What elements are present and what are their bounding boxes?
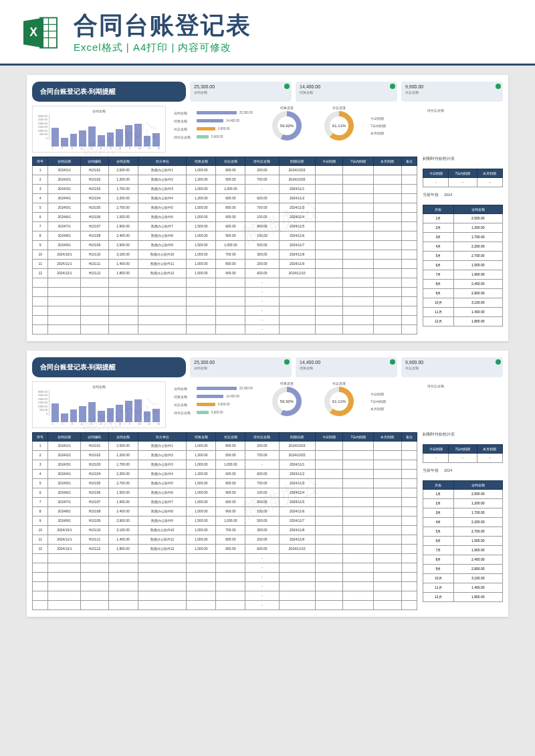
table-row: 42024/4/1H101042,200.00熊猫办公软件41,200.0060… [33,193,417,203]
bar [98,411,105,421]
bar [70,134,78,146]
table-row: 32024/3/1H101031,700.00熊猫办公软件31,000.001,… [33,460,417,469]
col-header: 到期日期 [279,432,315,441]
monthly-row: 12月1,800.00 [423,592,503,601]
table-row: 102024/10/1H101103,100.00熊猫办公软件101,000.0… [33,525,417,535]
table-row: 32024/3/1H101031,700.00熊猫办公软件31,000.001,… [33,184,417,193]
bar [61,413,68,422]
bar [51,128,59,146]
bar-chart: 合同金额3000.002500.002000.001500.001000.005… [32,106,166,153]
due-stats-table: 今日到期7日内到期本月到期--- [423,169,503,187]
col-header: 结算金额 [187,157,216,165]
monthly-row: 1月2,500.00 [423,213,503,223]
table-row: - [33,296,417,306]
sheet-title: 合同台账登记表-到期提醒 [32,357,186,377]
monthly-row: 7月1,900.00 [423,545,503,555]
due-list: 待付款金额今日到期7日内到期本月到期 [368,106,503,153]
bar [144,136,151,146]
table-row: - [33,600,417,609]
monthly-row: 5月2,700.00 [423,251,503,260]
side1-title: 到期时付款统计表 [423,157,503,161]
monthly-row: 8月2,400.00 [423,555,503,564]
stat-card-1: 14,400.00结算金额 [296,82,397,102]
monthly-row: 8月2,400.00 [423,279,503,288]
col-header: 合同编码 [81,157,108,165]
bar [125,401,132,421]
bar [116,129,123,147]
bar [61,138,68,147]
donut-settlement: 结算进度56.92% [263,106,310,153]
table-row: 122024/12/1H101121,800.00熊猫办公软件121,500.0… [33,544,417,553]
monthly-row: 6月1,500.00 [423,260,503,270]
table-row: 82024/8/1H101082,400.00熊猫办公软件81,000.0090… [33,231,417,240]
table-row: 62024/6/1H101061,500.00熊猫办公软件61,000.0090… [33,212,417,221]
col-header: 今日到期 [315,157,342,165]
table-row: 92024/9/1H101092,900.00熊猫办公软件91,500.001,… [33,240,417,250]
monthly-row: 2月1,200.00 [423,223,503,232]
col-header: 到期日期 [279,157,315,165]
monthly-row: 2月1,200.00 [423,498,503,508]
monthly-row: 7月1,900.00 [423,270,503,279]
table-row: 122024/12/1H101121,800.00熊猫办公软件121,500.0… [33,268,417,278]
table-row: 112024/11/1H101111,400.00熊猫办公软件111,000.0… [33,535,417,544]
table-row: - [33,563,417,572]
col-header: 付款金额 [216,157,245,165]
bar [79,406,86,422]
table-row: 12024/1/1H101012,500.00熊猫办公软件11,000.0080… [33,165,417,175]
bar [144,411,151,421]
table-row: - [33,324,417,334]
stat-card-0: 25,300.00合同金额 [190,357,292,377]
table-row: 22024/2/1H101021,200.00熊猫办公软件21,200.0050… [33,175,417,184]
monthly-table: 月份合同金额1月2,500.002月1,200.003月1,700.004月2,… [423,205,503,326]
page-subtitle: Excel格式 | A4打印 | 内容可修改 [74,41,515,54]
monthly-row: 9月2,900.00 [423,564,503,573]
monthly-row: 4月2,200.00 [423,242,503,251]
sheet-preview-2: 合同台账登记表-到期提醒25,300.00合同金额14,400.00结算金额9,… [27,351,508,617]
table-row: 92024/9/1H101092,900.00熊猫办公软件91,500.001,… [33,516,417,525]
monthly-row: 4月2,200.00 [423,517,503,527]
col-header: 本月到期 [374,157,401,165]
bar [98,135,105,146]
bar [70,409,78,421]
bar [152,133,160,147]
due-list: 待付款金额今日到期7日内到期本月到期 [368,381,503,428]
monthly-row: 11月1,400.00 [423,307,503,316]
bar [88,126,96,146]
table-row: 112024/11/1H101111,400.00熊猫办公软件111,000.0… [33,259,417,268]
table-row: 52024/5/1H101052,700.00熊猫办公软件51,500.0080… [33,478,417,488]
col-header: 合同日期 [48,157,81,165]
table-row: 72024/7/1H101071,900.00熊猫办公软件71,500.0060… [33,497,417,506]
table-row: - [33,278,417,287]
stat-card-2: 9,900.00付款金额 [401,82,503,102]
donut-settlement: 结算进度56.92% [263,381,310,428]
monthly-row: 9月2,900.00 [423,288,503,298]
legend-box: 合同金额25,300.00结算金额14,400.00付款金额9,900.00待付… [171,106,258,153]
sheet-preview-1: 合同台账登记表-到期提醒25,300.00合同金额14,400.00结算金额9,… [27,75,508,341]
col-header: 合同金额 [108,432,138,441]
page-title: 合同台账登记表 [74,12,515,39]
bar [134,399,142,422]
table-row: 42024/4/1H101042,200.00熊猫办公软件41,200.0060… [33,469,417,478]
bar-chart: 合同金额3000.002500.002000.001500.001000.005… [32,381,166,428]
bar [116,405,123,422]
monthly-row: 3月1,700.00 [423,232,503,242]
bar [152,409,160,422]
col-header: 备注 [401,432,417,441]
table-row: 72024/7/1H101071,900.00熊猫办公软件71,500.0060… [33,221,417,231]
donut-payment: 付款进度61.11% [316,106,362,153]
col-header: 序号 [33,157,48,165]
col-header: 7日内到期 [342,157,373,165]
bar [88,402,96,421]
col-header: 合同日期 [48,432,81,441]
bar [125,125,132,146]
preview-area: 合同台账登记表-到期提醒25,300.00合同金额14,400.00结算金额9,… [0,66,535,626]
svg-text:X: X [29,25,37,39]
col-header: 序号 [33,432,48,441]
stat-card-0: 25,300.00合同金额 [190,82,292,102]
bar [134,124,142,147]
stat-card-2: 9,900.00付款金额 [401,357,503,377]
table-row: - [33,572,417,581]
monthly-row: 3月1,700.00 [423,508,503,517]
monthly-row: 5月2,700.00 [423,527,503,536]
bar [51,403,59,421]
